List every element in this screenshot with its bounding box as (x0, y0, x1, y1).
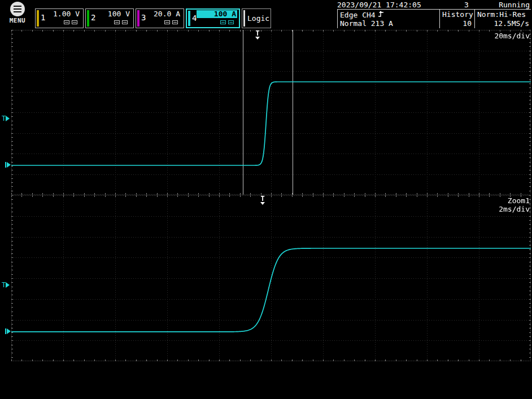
zoom-waveform-display[interactable] (11, 195, 531, 361)
acquisition-count: 3 (464, 1, 474, 9)
coupling-icons (197, 20, 237, 24)
hamburger-menu-icon (10, 2, 25, 16)
logic-label: Logic (247, 14, 269, 23)
measurement-col-2: Low(C4)3.8 A Fall(C4)***** (169, 380, 264, 399)
channel-4-color-bar (188, 11, 190, 26)
menu-label: MENU (6, 17, 29, 24)
channel-2-box[interactable]: 2 100 V (85, 8, 134, 28)
marker-bar-icon (5, 162, 6, 168)
channel-3-color-bar (137, 10, 139, 27)
coupling-icon (164, 20, 170, 24)
probe-icon (122, 20, 128, 24)
probe-icon (228, 20, 234, 24)
trigger-level-marker-main[interactable]: T (2, 115, 10, 122)
marker-arrow-icon (6, 116, 10, 121)
trigger-info-panel[interactable]: Edge CH4 Normal 213 A (338, 10, 440, 28)
channel-scale-value: 1.00 V (46, 10, 81, 18)
rising-edge-icon (378, 11, 384, 19)
channel-4-box[interactable]: 4 100 A (186, 8, 240, 28)
zoom-window-label: Zoom1 (508, 196, 530, 205)
trigger-position-flag-main[interactable]: T (255, 30, 260, 40)
measurement-col-3: +Over(C4)1.0% (305, 380, 395, 399)
logic-button[interactable]: Logic (242, 8, 271, 28)
channel-number: 4 (192, 14, 197, 23)
channel-number: 2 (91, 13, 95, 22)
probe-icon (72, 20, 77, 24)
channel-number: 1 (41, 13, 45, 22)
menu-button[interactable]: MENU (6, 2, 29, 24)
marker-arrow-icon (7, 328, 11, 334)
channel-1-color-bar (37, 10, 39, 27)
history-value: 10 (442, 19, 472, 28)
coupling-icon (64, 20, 69, 24)
channel-scale-value: 100 V (96, 10, 131, 18)
trigger-level-label: T (2, 115, 6, 122)
channel-1-box[interactable]: 1 1.00 V (35, 8, 84, 28)
datetime: 2023/09/21 17:42:05 (337, 1, 464, 9)
channel-2-color-bar (87, 10, 89, 27)
trigger-position-flag-zoom[interactable]: T (260, 196, 265, 205)
channel-number: 3 (141, 13, 146, 22)
coupling-icons (96, 20, 131, 24)
logic-color-bar (243, 10, 245, 27)
trigger-level-marker-zoom[interactable]: T (2, 282, 10, 288)
coupling-icon (220, 20, 226, 24)
run-status: Running (474, 1, 531, 9)
sample-rate: 12.5MS/s (477, 19, 529, 28)
coupling-icons (46, 20, 81, 24)
channel4-position-marker-zoom[interactable] (5, 328, 11, 334)
history-panel[interactable]: History 10 (440, 10, 475, 28)
trigger-level-label: T (2, 282, 6, 288)
status-row: 2023/09/21 17:42:05 3 Running (337, 1, 531, 10)
coupling-icon (114, 20, 120, 24)
oscilloscope-screen: MENU 1 1.00 V 2 100 V 3 20.0 A 4 100 A (0, 0, 532, 399)
history-label: History (442, 10, 472, 19)
probe-icon (172, 20, 178, 24)
marker-arrow-icon (7, 162, 11, 168)
measurement-col-4: -Over(C4)0.9% (438, 380, 528, 399)
zoom-timebase-label: 2ms/div (499, 205, 530, 213)
trigger-source: Edge CH4 (340, 11, 376, 19)
channel-bar: 1 1.00 V 2 100 V 3 20.0 A 4 100 A Logic (35, 8, 271, 28)
main-timebase-label: 20ms/div (494, 32, 530, 40)
channel-3-box[interactable]: 3 20.0 A (136, 8, 184, 28)
main-waveform-display[interactable] (11, 30, 531, 195)
acquisition-panel: Norm:Hi-Res 12.5MS/s (475, 10, 531, 28)
measurement-col-1: High(C4)407.8 A Rise(C4)0.86832ms (35, 380, 147, 399)
channel-scale-value: 20.0 A (146, 10, 181, 18)
channel4-position-marker-main[interactable] (5, 162, 11, 168)
coupling-icons (146, 20, 181, 24)
status-area: 2023/09/21 17:42:05 3 Running Edge CH4 N… (337, 1, 531, 29)
marker-bar-icon (5, 328, 6, 334)
channel-scale-value: 100 A (197, 10, 237, 18)
trigger-level-text: Normal 213 A (340, 19, 439, 28)
record-mode: Norm:Hi-Res (477, 10, 529, 19)
marker-arrow-icon (6, 282, 10, 288)
trigger-status-grid: Edge CH4 Normal 213 A History 10 Norm:Hi… (337, 10, 531, 28)
